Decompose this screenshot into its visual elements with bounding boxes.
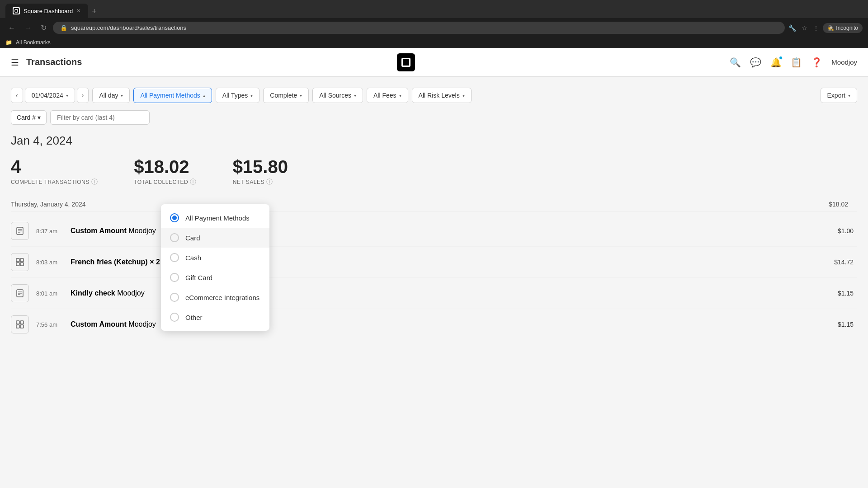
svg-rect-9 (20, 263, 24, 266)
page-title: Transactions (26, 57, 82, 67)
radio-ecommerce (170, 293, 179, 302)
stat-transactions: 4 COMPLETE TRANSACTIONS ⓘ (11, 157, 98, 186)
export-button[interactable]: Export ▾ (821, 88, 857, 103)
txn-time: 8:03 am (36, 259, 63, 266)
menu-toggle-icon[interactable]: ☰ (11, 57, 19, 68)
filters-bar: ‹ 01/04/2024 ▾ › All day ▾ All Payment M… (11, 88, 857, 103)
radio-gift-card (170, 273, 179, 282)
address-bar[interactable]: 🔒 squareup.com/dashboard/sales/transacti… (53, 22, 785, 34)
svg-rect-0 (14, 8, 19, 14)
payment-methods-filter[interactable]: All Payment Methods ▴ (133, 88, 212, 103)
notification-dot (779, 56, 783, 60)
fees-chevron-icon: ▾ (399, 93, 401, 98)
net-sales-value: $15.80 (233, 157, 288, 177)
table-row[interactable]: 8:37 am Custom Amount Moodjoy $1.00 (11, 216, 857, 247)
menu-icon[interactable]: ⋮ (813, 24, 819, 32)
total-collected-value: $18.02 (134, 157, 196, 177)
svg-rect-15 (20, 321, 24, 324)
card-num-chevron-icon: ▾ (38, 114, 41, 121)
tab-title: Square Dashboard (24, 8, 73, 14)
dropdown-option-other[interactable]: Other (161, 307, 269, 327)
svg-rect-16 (16, 325, 19, 328)
status-chevron-icon: ▾ (300, 93, 302, 98)
reload-button[interactable]: ↻ (38, 22, 49, 34)
user-menu[interactable]: Moodjoy (831, 58, 857, 66)
option-label-all: All Payment Methods (185, 214, 250, 222)
new-tab-button[interactable]: + (88, 5, 100, 18)
transactions-label: COMPLETE TRANSACTIONS (11, 179, 90, 185)
date-group-header: Thursday, January 4, 2024 $18.02 (11, 197, 857, 212)
bookmarks-folder-icon: 📁 (5, 39, 12, 46)
stat-net-sales: $15.80 NET SALES ⓘ (233, 157, 288, 186)
app-header: ☰ Transactions 🔍 💬 🔔 📋 ❓ Moodjoy (0, 48, 868, 77)
dropdown-option-ecommerce[interactable]: eCommerce Integrations (161, 287, 269, 307)
card-number-filter[interactable]: Card # ▾ (11, 110, 47, 125)
payment-methods-dropdown: All Payment Methods Card Cash Gift Card … (161, 204, 269, 331)
active-browser-tab[interactable]: Square Dashboard ✕ (5, 4, 88, 18)
txn-icon-receipt (11, 222, 29, 240)
payment-chevron-icon: ▴ (203, 93, 205, 98)
tab-close-button[interactable]: ✕ (76, 8, 81, 14)
dropdown-option-gift-card[interactable]: Gift Card (161, 267, 269, 287)
chat-icon[interactable]: 💬 (750, 57, 761, 68)
transactions-info-icon[interactable]: ⓘ (91, 178, 98, 186)
txn-amount: $1.15 (838, 290, 857, 297)
search-icon[interactable]: 🔍 (730, 57, 741, 68)
types-filter[interactable]: All Types ▾ (216, 88, 260, 103)
all-day-chevron-icon: ▾ (121, 93, 123, 98)
dropdown-option-cash[interactable]: Cash (161, 248, 269, 267)
total-collected-info-icon[interactable]: ⓘ (190, 178, 197, 186)
card-filter-input[interactable] (50, 110, 150, 125)
table-row[interactable]: 8:01 am Kindly check Moodjoy $1.15 (11, 278, 857, 309)
svg-rect-8 (16, 263, 19, 266)
dropdown-option-card[interactable]: Card (161, 228, 269, 248)
txn-amount: $1.15 (838, 321, 857, 328)
option-label-ecommerce: eCommerce Integrations (185, 294, 259, 301)
forward-button[interactable]: → (22, 22, 34, 34)
option-label-gift-card: Gift Card (185, 274, 212, 282)
table-row[interactable]: 8:03 am French fries (Ketchup) × 2 Moodj… (11, 247, 857, 278)
incognito-indicator: 🕵 Incognito (823, 23, 863, 33)
browser-actions: 🔧 ☆ ⋮ (788, 24, 819, 32)
tab-favicon (13, 7, 20, 14)
risk-chevron-icon: ▾ (462, 93, 465, 98)
all-day-filter[interactable]: All day ▾ (92, 88, 130, 103)
table-row[interactable]: 7:56 am Custom Amount Moodjoy $1.15 (11, 309, 857, 340)
sources-chevron-icon: ▾ (354, 93, 356, 98)
date-chevron-icon: ▾ (66, 93, 68, 98)
date-prev-button[interactable]: ‹ (11, 88, 23, 103)
export-chevron-icon: ▾ (848, 93, 850, 98)
date-nav: ‹ 01/04/2024 ▾ › (11, 88, 89, 103)
net-sales-info-icon[interactable]: ⓘ (266, 178, 273, 186)
dashboard-icon[interactable]: 📋 (791, 57, 802, 68)
url-display: squareup.com/dashboard/sales/transaction… (71, 24, 186, 31)
txn-icon-grid (11, 253, 29, 271)
svg-rect-6 (16, 258, 19, 262)
risk-filter[interactable]: All Risk Levels ▾ (412, 88, 472, 103)
option-label-cash: Cash (185, 254, 201, 262)
transactions-value: 4 (11, 157, 98, 177)
extensions-icon[interactable]: 🔧 (788, 24, 796, 32)
header-actions: 🔍 💬 🔔 📋 ❓ Moodjoy (730, 57, 857, 68)
date-heading: Jan 4, 2024 (11, 134, 857, 148)
sources-filter[interactable]: All Sources ▾ (312, 88, 363, 103)
help-icon[interactable]: ❓ (811, 57, 822, 68)
svg-rect-17 (20, 325, 24, 328)
date-group-total: $18.02 (829, 201, 848, 208)
bookmark-star-icon[interactable]: ☆ (802, 24, 807, 32)
txn-icon-grid (11, 315, 29, 333)
dropdown-option-all-payment-methods[interactable]: All Payment Methods (161, 208, 269, 228)
txn-icon-receipt (11, 284, 29, 302)
option-label-card: Card (185, 234, 200, 242)
fees-filter[interactable]: All Fees ▾ (367, 88, 408, 103)
bookmarks-label[interactable]: All Bookmarks (16, 39, 51, 46)
notification-bell-icon[interactable]: 🔔 (770, 57, 782, 68)
status-filter[interactable]: Complete ▾ (263, 88, 309, 103)
stat-total-collected: $18.02 TOTAL COLLECTED ⓘ (134, 157, 196, 186)
txn-amount: $1.00 (838, 227, 857, 235)
date-filter[interactable]: 01/04/2024 ▾ (25, 88, 75, 103)
main-content: ‹ 01/04/2024 ▾ › All day ▾ All Payment M… (0, 77, 868, 351)
back-button[interactable]: ← (5, 22, 18, 34)
txn-time: 7:56 am (36, 321, 63, 328)
date-next-button[interactable]: › (77, 88, 89, 103)
